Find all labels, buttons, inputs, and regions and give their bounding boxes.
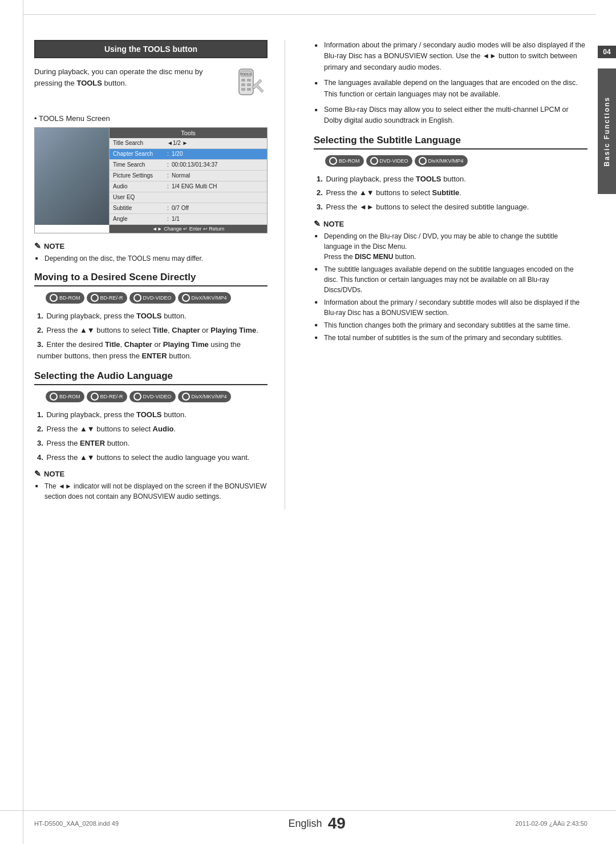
tools-menu-item-user-eq: User EQ <box>110 192 267 203</box>
badge-circle <box>50 294 58 302</box>
badge-circle-9 <box>329 157 337 165</box>
left-column: Using the TOOLS button During playback, … <box>34 40 285 510</box>
tools-menu-item-audio: Audio : 1/4 ENG Multi CH <box>110 181 267 192</box>
subtitle-badges: BD-ROM DVD-VIDEO DivX/MKV/MP4 <box>325 155 587 167</box>
footer-right: 2011-02-09 ¿ÀÀü 2:43:50 <box>515 820 587 827</box>
tools-menu-panel: Tools Title Search ◄ 1/2 ► Chapter Searc… <box>109 128 267 233</box>
badge-dvd-video-audio: DVD-VIDEO <box>129 391 176 402</box>
tools-screen-background <box>35 128 109 225</box>
svg-rect-6 <box>247 83 251 86</box>
right-bullet-3: Some Blu-ray Discs may allow you to sele… <box>314 104 587 127</box>
subtitle-note-item-5: The total number of subtitles is the sum… <box>314 333 587 343</box>
audio-note-header: ✎ NOTE <box>34 469 268 478</box>
moving-section-title: Moving to a Desired Scene Directly <box>34 272 268 286</box>
tools-menu-screen: Tools Title Search ◄ 1/2 ► Chapter Searc… <box>34 127 268 233</box>
tools-menu-item-title-search: Title Search ◄ 1/2 ► <box>110 138 267 149</box>
footer-left: HT-D5500_XAA_0208.indd 49 <box>34 820 119 827</box>
moving-step-1: 1. During playback, press the TOOLS butt… <box>34 310 268 322</box>
badge-bd-re-moving: BD-RE/-R <box>87 292 127 304</box>
page-number: 49 <box>328 814 346 833</box>
svg-rect-5 <box>241 83 245 86</box>
badge-circle-3 <box>133 294 141 302</box>
badge-circle-11 <box>419 157 427 165</box>
remote-control-image: TOOLS <box>228 66 268 106</box>
right-bullet-2: The languages available depend on the la… <box>314 78 587 100</box>
badge-divx-audio: DivX/MKV/MP4 <box>178 391 231 402</box>
svg-rect-8 <box>247 88 251 91</box>
chapter-tab: Basic Functions <box>598 68 616 194</box>
tools-menu-item-angle: Angle : 1/1 <box>110 214 267 225</box>
badge-circle-7 <box>133 393 141 401</box>
subtitle-note-item-3: Information about the primary / secondar… <box>314 297 587 318</box>
tools-bold: TOOLS <box>76 79 102 87</box>
badge-divx-moving: DivX/MKV/MP4 <box>178 292 231 304</box>
english-label: English <box>289 818 322 830</box>
audio-step-2: 2. Press the ▲▼ buttons to select Audio. <box>34 423 268 435</box>
moving-step-3: 3. Enter the desired Title, Chapter or P… <box>34 339 268 363</box>
svg-rect-4 <box>247 79 251 82</box>
tools-intro-after: button. <box>102 79 127 87</box>
audio-step-4: 4. Press the ▲▼ buttons to select the au… <box>34 452 268 464</box>
subtitle-note-item-2: The subtitle languages available depend … <box>314 264 587 295</box>
badge-dvd-video-subtitle: DVD-VIDEO <box>366 155 412 167</box>
audio-badges: BD-ROM BD-RE/-R DVD-VIDEO DivX/MKV/MP4 <box>46 391 268 402</box>
subtitle-note-icon: ✎ <box>314 219 321 228</box>
tools-note-section: ✎ NOTE Depending on the disc, the TOOLS … <box>34 241 268 264</box>
tools-menu-footer: ◄► Change ↵ Enter ↩ Return <box>110 225 267 233</box>
badge-bd-re-audio: BD-RE/-R <box>87 391 127 402</box>
badge-circle-5 <box>50 393 58 401</box>
badge-circle-2 <box>91 294 99 302</box>
moving-step-2: 2. Press the ▲▼ buttons to select Title,… <box>34 325 268 337</box>
tools-intro-text: During playback, you can operate the dis… <box>34 66 268 106</box>
page-footer: HT-D5500_XAA_0208.indd 49 English 49 201… <box>0 810 616 833</box>
svg-text:TOOLS: TOOLS <box>240 72 252 76</box>
tools-note-header: ✎ NOTE <box>34 241 268 251</box>
right-col-bullets: Information about the primary / secondar… <box>314 40 587 127</box>
right-bullet-1: Information about the primary / secondar… <box>314 40 587 73</box>
tools-menu-screen-label: TOOLS Menu Screen <box>34 114 268 123</box>
subtitle-note-header: ✎ NOTE <box>314 219 587 228</box>
audio-section-title: Selecting the Audio Language <box>34 370 268 385</box>
badge-bd-rom-subtitle: BD-ROM <box>325 155 364 167</box>
tools-menu-item-time-search: Time Search : 00:00:13/01:34:37 <box>110 160 267 171</box>
subtitle-step-3: 3. Press the ◄► buttons to select the de… <box>314 201 587 213</box>
svg-rect-3 <box>241 79 245 82</box>
audio-step-3: 3. Press the ENTER button. <box>34 438 268 450</box>
page-number-area: English 49 <box>289 814 346 833</box>
note-icon: ✎ <box>34 241 41 251</box>
subtitle-note-item-1: Depending on the Blu-ray Disc / DVD, you… <box>314 231 587 262</box>
svg-rect-7 <box>241 88 245 91</box>
badge-bd-rom-moving: BD-ROM <box>46 292 84 304</box>
audio-steps: 1. During playback, press the TOOLS butt… <box>34 409 268 463</box>
subtitle-note-section: ✎ NOTE Depending on the Blu-ray Disc / D… <box>314 219 587 343</box>
badge-circle-8 <box>182 393 190 401</box>
chapter-number: 04 <box>598 46 616 58</box>
badge-circle-6 <box>91 393 99 401</box>
audio-step-1: 1. During playback, press the TOOLS butt… <box>34 409 268 421</box>
subtitle-note-item-4: This function changes both the primary a… <box>314 320 587 330</box>
tools-menu-item-picture-settings: Picture Settings : Normal <box>110 171 267 181</box>
subtitle-section-title: Selecting the Subtitle Language <box>314 135 587 150</box>
badge-dvd-video-moving: DVD-VIDEO <box>129 292 176 304</box>
tools-menu-item-subtitle: Subtitle : 0/7 Off <box>110 203 267 214</box>
audio-note-item-1: The ◄► indicator will not be displayed o… <box>34 481 268 502</box>
subtitle-step-1: 1. During playback, press the TOOLS butt… <box>314 173 587 185</box>
chapter-title: Basic Functions <box>603 96 611 167</box>
badge-divx-subtitle: DivX/MKV/MP4 <box>415 155 468 167</box>
subtitle-step-2: 2. Press the ▲▼ buttons to select Subtit… <box>314 187 587 199</box>
badge-circle-10 <box>370 157 378 165</box>
moving-steps: 1. During playback, press the TOOLS butt… <box>34 310 268 362</box>
audio-note-section: ✎ NOTE The ◄► indicator will not be disp… <box>34 469 268 502</box>
tools-menu-item-chapter-search: Chapter Search : 1/20 <box>110 149 267 160</box>
badge-bd-rom-audio: BD-ROM <box>46 391 84 402</box>
moving-badges: BD-ROM BD-RE/-R DVD-VIDEO DivX/MKV/MP4 <box>46 292 268 304</box>
right-column: Information about the primary / secondar… <box>308 40 587 510</box>
tools-note-item-1: Depending on the disc, the TOOLS menu ma… <box>34 253 268 264</box>
audio-note-icon: ✎ <box>34 469 41 478</box>
badge-circle-4 <box>182 294 190 302</box>
tools-menu-title: Tools <box>110 128 267 138</box>
subtitle-steps: 1. During playback, press the TOOLS butt… <box>314 173 587 213</box>
tools-section-title: Using the TOOLS button <box>34 40 268 58</box>
